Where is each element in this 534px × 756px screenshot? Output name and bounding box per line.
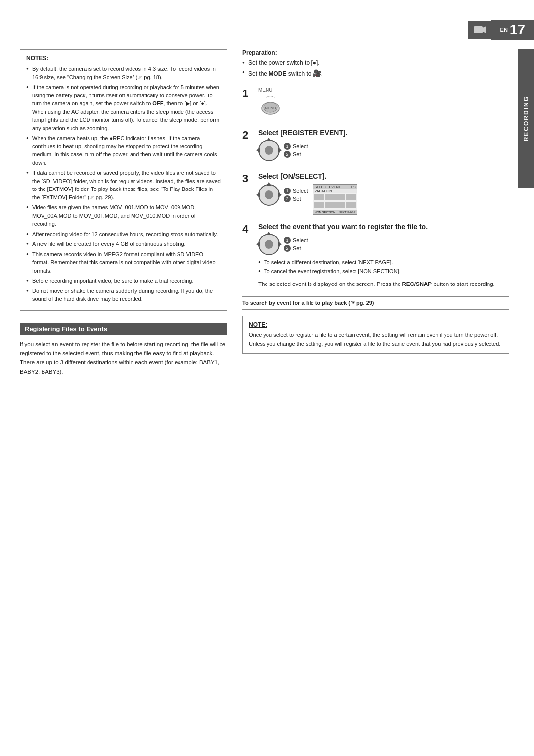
- thumb-header: SELECT EVENT 1/3: [313, 185, 357, 189]
- preparation-list: Set the power switch to [●]. Set the MOD…: [242, 58, 509, 79]
- dial-center-3: [265, 190, 273, 199]
- note-item-5: Video files are given the names MOV_001.…: [26, 203, 221, 228]
- note-item-4: If data cannot be recorded or saved prop…: [26, 169, 221, 201]
- step-4-content: Select the event that you want to regist…: [258, 223, 509, 288]
- thumb-cell-1: [314, 194, 324, 200]
- step-4-number: 4: [242, 224, 252, 235]
- step-4-title: Select the event that you want to regist…: [258, 223, 509, 231]
- register-text: If you select an event to register the f…: [20, 340, 227, 377]
- event-select-thumbnail: SELECT EVENT 1/3 VACATION: [313, 184, 357, 215]
- thumb-footer-right: NEXT PAGE: [339, 211, 356, 214]
- note-item-6: After recording video for 12 consecutive…: [26, 230, 221, 238]
- thumb-footer: NON SECTION NEXT PAGE: [313, 210, 357, 214]
- thumb-cell-6: [325, 202, 335, 208]
- step-3-area: 1 Select 2 Set SELECT: [258, 184, 509, 215]
- select-label-3: 1 Select: [284, 188, 308, 194]
- menu-icon: MENU MENU: [258, 87, 509, 116]
- svg-marker-1: [483, 26, 486, 33]
- left-column: NOTES: By default, the camera is set to …: [20, 49, 227, 376]
- step-4-notes: To select a different destination, selec…: [258, 258, 509, 276]
- page-container: EN 17 RECORDING NOTES: By default, the c…: [0, 0, 534, 756]
- step-3-number: 3: [242, 173, 252, 184]
- step-4-control: 1 Select 2 Set: [258, 234, 509, 255]
- recording-sidebar: RECORDING: [518, 49, 534, 188]
- set-label-2: 2 Set: [284, 151, 308, 158]
- step-2: 2 Select [REGISTER EVENT]. 1 Select: [242, 129, 509, 164]
- thumb-cell-4: [346, 194, 356, 200]
- note-text: Once you select to register a file to a …: [249, 331, 503, 348]
- dial-right-arrow-3: [278, 192, 282, 197]
- dial-right-arrow: [278, 148, 282, 153]
- set-label-4: 2 Set: [284, 245, 308, 252]
- step-4-dial: [258, 234, 280, 255]
- step-2-control: 1 Select 2 Set: [258, 140, 509, 161]
- page-header: EN 17: [468, 20, 534, 40]
- thumb-footer-left: NON SECTION: [315, 211, 336, 214]
- step-3: 3 Select [ON/SELECT].: [242, 172, 509, 215]
- dial-center: [265, 146, 273, 155]
- search-note: To search by event for a file to play ba…: [242, 296, 509, 310]
- step-3-dial: [258, 184, 280, 206]
- step-2-labels: 1 Select 2 Set: [284, 143, 308, 158]
- notes-box: NOTES: By default, the camera is set to …: [20, 49, 227, 311]
- note-item-2: If the camera is not operated during rec…: [26, 83, 221, 132]
- dial-left-arrow: [256, 148, 260, 153]
- prep-item-2: Set the MODE switch to 🎥.: [242, 68, 509, 79]
- menu-dial-icon: MENU: [258, 94, 283, 116]
- page-number-box: EN 17: [491, 20, 534, 40]
- thumb-page: 1/3: [351, 185, 356, 189]
- step-3-content: Select [ON/SELECT].: [258, 172, 509, 215]
- thumb-top-label: VACATION: [313, 189, 357, 193]
- set-label-3: 2 Set: [284, 195, 308, 202]
- preparation-title: Preparation:: [242, 49, 509, 56]
- thumb-cell-7: [335, 202, 345, 208]
- dial-center-4: [265, 240, 273, 249]
- step-4-note-1: To select a different destination, selec…: [258, 258, 509, 267]
- thumb-grid: [313, 193, 357, 210]
- thumb-cell-8: [346, 202, 356, 208]
- notes-title: NOTES:: [26, 55, 221, 62]
- step-4-footer: The selected event is displayed on the s…: [258, 280, 509, 288]
- dial-left-arrow-3: [256, 192, 260, 197]
- right-column: Preparation: Set the power switch to [●]…: [242, 49, 509, 376]
- note-item-9: Before recording important video, be sur…: [26, 277, 221, 285]
- search-note-text: To search by event for a file to play ba…: [242, 300, 374, 306]
- note-item-10: Do not move or shake the camera suddenly…: [26, 287, 221, 303]
- step-1-content: MENU MENU: [258, 87, 509, 121]
- video-icon: [468, 21, 491, 39]
- sidebar-label: RECORDING: [523, 96, 530, 141]
- step-3-labels: 1 Select 2 Set: [284, 188, 308, 202]
- thumb-cell-3: [335, 194, 345, 200]
- step-1-number: 1: [242, 88, 252, 99]
- note-item-8: This camera records video in MPEG2 forma…: [26, 250, 221, 275]
- preparation-section: Preparation: Set the power switch to [●]…: [242, 49, 509, 79]
- page-number: 17: [510, 22, 525, 38]
- thumb-cell-5: [314, 202, 324, 208]
- note-box: NOTE: Once you select to register a file…: [242, 316, 509, 354]
- thumb-title: SELECT EVENT: [315, 185, 341, 189]
- note-title: NOTE:: [249, 321, 503, 328]
- dial-right-arrow-4: [278, 242, 282, 247]
- step-4: 4 Select the event that you want to regi…: [242, 223, 509, 288]
- step-4-labels: 1 Select 2 Set: [284, 237, 308, 252]
- svg-text:MENU: MENU: [265, 106, 276, 110]
- dial-up-arrow-3: [267, 182, 271, 186]
- step-2-content: Select [REGISTER EVENT]. 1 Select: [258, 129, 509, 164]
- step-1: 1 MENU MENU: [242, 87, 509, 121]
- register-title: Registering Files to Events: [20, 323, 227, 335]
- note-item-1: By default, the camera is set to record …: [26, 65, 221, 81]
- dial-up-arrow: [267, 138, 271, 141]
- dial-left-arrow-4: [256, 242, 260, 247]
- select-label-2: 1 Select: [284, 143, 308, 150]
- note-item-3: When the camera heats up, the ●REC indic…: [26, 134, 221, 167]
- dial-up-arrow-4: [267, 232, 271, 235]
- step-3-title: Select [ON/SELECT].: [258, 172, 509, 180]
- svg-rect-0: [474, 26, 483, 33]
- thumb-cell-2: [325, 194, 335, 200]
- menu-text: MENU: [258, 87, 272, 93]
- select-label-4: 1 Select: [284, 237, 308, 244]
- main-content: NOTES: By default, the camera is set to …: [20, 49, 509, 376]
- step-4-note-2: To cancel the event registration, select…: [258, 267, 509, 276]
- register-section: Registering Files to Events If you selec…: [20, 323, 227, 377]
- prep-item-1: Set the power switch to [●].: [242, 58, 509, 68]
